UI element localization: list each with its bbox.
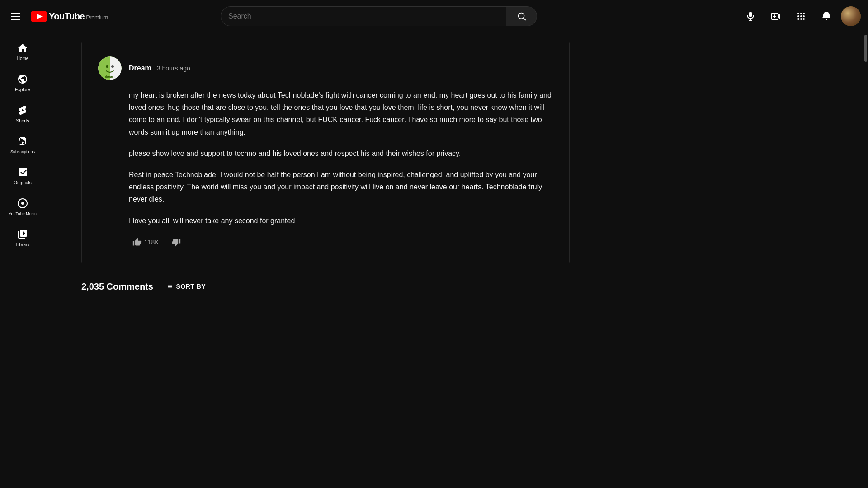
comment-body: my heart is broken after the news today … [129,89,553,227]
search-button[interactable] [506,6,537,26]
sidebar-item-originals[interactable]: Originals [0,160,45,192]
sidebar-item-subscriptions-label: Subscriptions [10,150,35,154]
dream-avatar-bg: dream [98,56,122,80]
sidebar-item-youtube-music[interactable]: YouTube Music [0,192,45,222]
comment-header: dream Dream 3 hours ago [98,56,553,80]
comments-count: 2,035 Comments [81,282,153,292]
thumbs-up-icon [132,238,142,247]
sidebar-item-explore[interactable]: Explore [0,67,45,99]
search-input[interactable] [221,6,506,26]
home-icon [17,42,28,53]
sidebar-item-library-label: Library [16,242,30,247]
svg-point-14 [797,15,799,17]
user-avatar[interactable] [841,6,861,26]
library-icon [17,229,28,239]
header-left: YouTube Premium [7,9,116,23]
svg-line-3 [524,18,525,20]
mic-button[interactable] [740,5,761,27]
youtube-logo[interactable]: YouTube Premium [31,11,108,22]
shorts-icon [17,105,28,116]
like-button[interactable]: 118K [129,236,163,249]
explore-icon [17,74,28,84]
comment-actions: 118K [129,236,553,249]
sidebar-item-shorts[interactable]: Shorts [0,99,45,130]
hamburger-menu-button[interactable] [7,9,24,23]
svg-point-21 [21,202,24,205]
svg-point-18 [800,18,802,20]
sort-by-button[interactable]: ≡ SORT BY [168,282,206,291]
dream-avatar-svg: dream [98,56,122,80]
svg-text:dream: dream [105,75,114,78]
svg-point-12 [800,13,802,14]
comment-card: dream Dream 3 hours ago my heart is brok… [81,42,570,263]
svg-rect-4 [749,12,752,17]
svg-point-17 [797,18,799,20]
svg-point-15 [800,15,802,17]
logo-text: YouTube Premium [49,11,108,22]
sort-by-label: SORT BY [176,283,206,290]
comment-paragraph-2: please show love and support to techno a… [129,147,553,160]
thumbs-down-icon [172,238,181,247]
originals-icon [17,167,28,178]
comments-count-row: 2,035 Comments ≡ SORT BY [81,278,570,301]
comment-timestamp: 3 hours ago [157,65,190,72]
apps-button[interactable] [790,5,812,27]
create-button[interactable] [765,5,787,27]
svg-point-19 [803,18,805,20]
svg-point-13 [803,13,805,14]
sidebar-item-originals-label: Originals [14,180,31,185]
body-container: Home Explore Shorts Subscriptions Origin [0,33,868,488]
comment-paragraph-4: I love you all. will never take any seco… [129,215,553,227]
sidebar-item-shorts-label: Shorts [16,118,29,123]
commenter-avatar: dream [98,56,122,80]
scroll-thumb[interactable] [864,35,867,62]
sidebar: Home Explore Shorts Subscriptions Origin [0,33,45,488]
svg-point-27 [106,65,108,68]
sort-icon: ≡ [168,282,173,291]
commenter-name: Dream [129,64,151,72]
svg-point-16 [803,15,805,17]
sidebar-item-library[interactable]: Library [0,222,45,253]
sidebar-item-explore-label: Explore [15,87,30,92]
search-box [221,6,537,26]
comment-paragraph-3: Rest in peace Technoblade. I would not b… [129,169,553,206]
like-count: 118K [144,239,159,246]
sidebar-item-home-label: Home [17,56,29,61]
header-icons [740,5,861,27]
subscriptions-icon [17,136,28,147]
search-container [221,6,537,26]
sidebar-item-home[interactable]: Home [0,36,45,67]
comment-area: dream Dream 3 hours ago my heart is brok… [54,33,597,310]
commenter-info: Dream 3 hours ago [129,64,190,72]
sidebar-item-subscriptions[interactable]: Subscriptions [0,130,45,160]
scrollbar[interactable] [861,33,868,488]
svg-point-11 [797,13,799,14]
svg-point-28 [111,65,114,68]
yt-logo-icon [31,11,47,22]
main-content: dream Dream 3 hours ago my heart is brok… [45,33,861,488]
header: YouTube Premium [0,0,868,33]
sidebar-item-youtube-music-label: YouTube Music [9,211,36,216]
notifications-button[interactable] [816,5,837,27]
comment-paragraph-1: my heart is broken after the news today … [129,89,553,138]
youtube-music-icon [17,198,28,209]
dislike-button[interactable] [168,236,184,249]
